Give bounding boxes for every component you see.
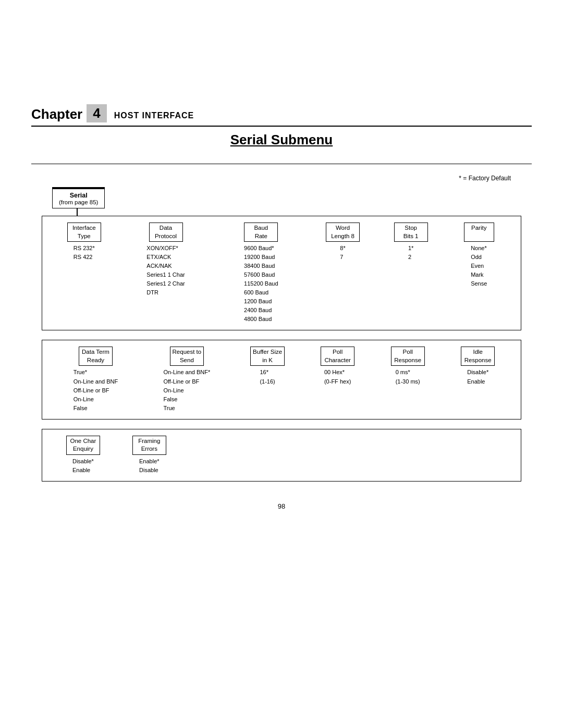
chapter-header: Chapter 4 HOST INTERFACE <box>31 104 532 122</box>
main-diagram: Serial (from page 85) Interface Type RS … <box>42 187 521 482</box>
col-idle-response: Idle Response Disable* Enable <box>443 347 513 386</box>
page-title: Serial Submenu <box>31 132 532 148</box>
chapter-number: 4 <box>87 104 106 122</box>
data-term-box: Data Term Ready <box>79 347 113 366</box>
data-protocol-box: Data Protocol <box>149 223 183 242</box>
factory-note: * = Factory Default <box>31 175 511 182</box>
serial-root-wrapper: Serial (from page 85) <box>52 187 521 216</box>
col-baud-rate: Baud Rate 9600 Baud* 19200 Baud 38400 Ba… <box>213 223 309 324</box>
col-parity: Parity x None* Odd Even Mark Sense <box>445 223 513 288</box>
section2-row: Data Term Ready True* On-Line and BNF Of… <box>50 347 513 412</box>
section3: One Char Enquiry Disable* Enable Framing… <box>42 429 521 482</box>
v-connector-root <box>77 208 78 216</box>
stop-bits-box: Stop Bits 1 <box>394 223 428 242</box>
poll-response-values: 0 ms* (1-30 ms) <box>396 368 420 386</box>
idle-response-values: Disable* Enable <box>467 368 488 386</box>
baud-rate-box: Baud Rate <box>244 223 278 242</box>
col-data-term: Data Term Ready True* On-Line and BNF Of… <box>50 347 141 412</box>
col-interface-type: Interface Type RS 232* RS 422 <box>50 223 118 262</box>
request-send-values: On-Line and BNF* Off-Line or BF On-Line … <box>163 368 210 412</box>
data-term-values: True* On-Line and BNF Off-Line or BF On-… <box>74 368 118 412</box>
col-one-char: One Char Enquiry Disable* Enable <box>50 436 116 475</box>
col-word-length: Word Length 8 8* 7 <box>309 223 377 262</box>
serial-root-box: Serial (from page 85) <box>52 187 105 208</box>
one-char-values: Disable* Enable <box>72 457 94 475</box>
col-poll-response: Poll Response 0 ms* (1-30 ms) <box>373 347 443 386</box>
col-request-send: Request to Send On-Line and BNF* Off-Lin… <box>141 347 232 412</box>
page: Chapter 4 HOST INTERFACE Serial Submenu … <box>0 0 563 728</box>
chapter-title: HOST INTERFACE <box>114 111 194 122</box>
one-char-box: One Char Enquiry <box>66 436 100 455</box>
section3-row: One Char Enquiry Disable* Enable Framing… <box>50 436 513 475</box>
idle-response-box: Idle Response <box>461 347 495 366</box>
section1: Interface Type RS 232* RS 422 Data Proto… <box>42 216 521 330</box>
col-stop-bits: Stop Bits 1 1* 2 <box>377 223 445 262</box>
word-length-box: Word Length 8 <box>326 223 360 242</box>
col-data-protocol: Data Protocol XON/XOFF* ETX/ACK ACK/NAK … <box>118 223 214 297</box>
poll-char-box: Poll Character <box>321 347 354 366</box>
poll-response-box: Poll Response <box>391 347 425 366</box>
interface-type-values: RS 232* RS 422 <box>74 244 95 262</box>
baud-rate-values: 9600 Baud* 19200 Baud 38400 Baud 57600 B… <box>244 244 278 324</box>
col-framing-errors: Framing Errors Enable* Disable <box>116 436 182 475</box>
stop-bits-values: 1* 2 <box>408 244 413 262</box>
framing-errors-box: Framing Errors <box>132 436 166 455</box>
buffer-size-values: 16* (1-16) <box>260 368 275 386</box>
poll-char-values: 00 Hex* (0-FF hex) <box>324 368 351 386</box>
data-protocol-values: XON/XOFF* ETX/ACK ACK/NAK Series1 1 Char… <box>146 244 185 297</box>
serial-sub: (from page 85) <box>59 199 98 205</box>
parity-box: Parity x <box>464 223 494 242</box>
interface-type-box: Interface Type <box>67 223 101 242</box>
parity-values: None* Odd Even Mark Sense <box>471 244 487 288</box>
request-send-box: Request to Send <box>170 347 204 366</box>
col-poll-char: Poll Character 00 Hex* (0-FF hex) <box>302 347 373 386</box>
section1-row: Interface Type RS 232* RS 422 Data Proto… <box>50 223 513 324</box>
col-buffer-size: Buffer Size in K 16* (1-16) <box>232 347 303 386</box>
serial-label: Serial <box>59 192 98 199</box>
chapter-label: Chapter <box>31 106 82 122</box>
chapter-rule <box>31 126 532 127</box>
section2: Data Term Ready True* On-Line and BNF Of… <box>42 340 521 419</box>
page-number: 98 <box>31 502 532 510</box>
title-rule <box>31 164 532 164</box>
buffer-size-box: Buffer Size in K <box>250 347 285 366</box>
word-length-values: 8* 7 <box>340 244 345 262</box>
framing-errors-values: Enable* Disable <box>139 457 160 475</box>
